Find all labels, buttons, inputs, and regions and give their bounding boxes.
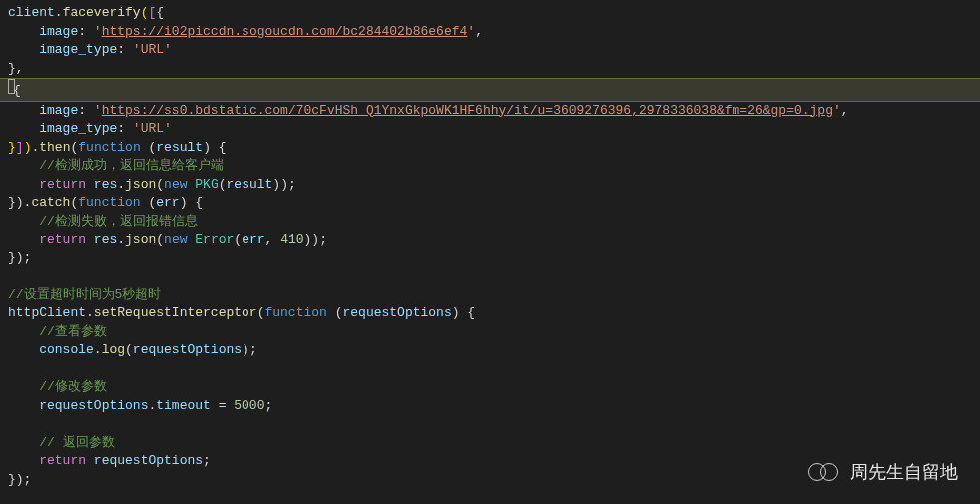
code-line: //修改参数 xyxy=(8,378,980,397)
code-line: //查看参数 xyxy=(8,323,980,342)
code-line: return res.json(new Error(err, 410)); xyxy=(8,231,980,250)
code-editor[interactable]: client.faceverify([{ image: 'https://i02… xyxy=(8,4,980,489)
code-line: image: 'https://ss0.bdstatic.com/70cFvHS… xyxy=(8,102,980,121)
code-line: }).catch(function (err) { xyxy=(8,194,980,213)
watermark-text: 周先生自留地 xyxy=(850,463,958,482)
code-line: // 返回参数 xyxy=(8,434,980,453)
code-line xyxy=(8,267,980,286)
code-line: requestOptions.timeout = 5000; xyxy=(8,397,980,416)
code-line: //设置超时时间为5秒超时 xyxy=(8,286,980,305)
code-line: return res.json(new PKG(result)); xyxy=(8,176,980,195)
code-line: //检测失败，返回报错信息 xyxy=(8,213,980,232)
code-line: client.faceverify([{ xyxy=(8,4,980,23)
code-line: }, xyxy=(8,60,980,79)
code-line xyxy=(8,415,980,434)
code-line-active: { xyxy=(0,78,980,102)
code-line: }]).then(function (result) { xyxy=(8,139,980,158)
code-line: image_type: 'URL' xyxy=(8,120,980,139)
wechat-icon xyxy=(808,462,842,482)
watermark: 周先生自留地 xyxy=(808,462,958,482)
code-line: image: 'https://i02piccdn.sogoucdn.com/b… xyxy=(8,23,980,42)
code-line: //检测成功，返回信息给客户端 xyxy=(8,157,980,176)
code-line: httpClient.setRequestInterceptor(functio… xyxy=(8,304,980,323)
code-line xyxy=(8,360,980,379)
code-line: console.log(requestOptions); xyxy=(8,341,980,360)
code-line: image_type: 'URL' xyxy=(8,41,980,60)
code-line: }); xyxy=(8,250,980,268)
